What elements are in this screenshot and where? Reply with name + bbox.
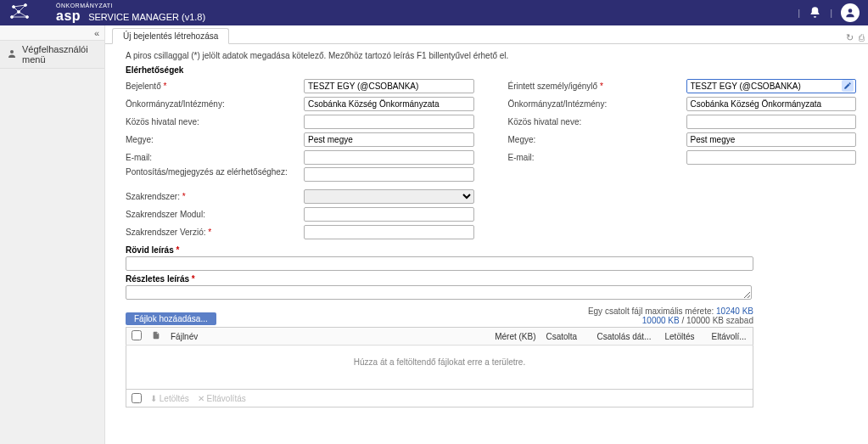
- joint-office-input[interactable]: [304, 115, 474, 129]
- joint-office-label: Közös hivatal neve:: [126, 117, 304, 126]
- user-icon: [7, 48, 17, 60]
- select-all-checkbox[interactable]: [132, 330, 142, 340]
- edit-icon[interactable]: [842, 80, 854, 92]
- affected-municipality-input[interactable]: [686, 97, 857, 111]
- contact-note-label: Pontosítás/megjegyzés az elérhetőséghez:: [126, 167, 304, 177]
- reporter-input[interactable]: [304, 79, 474, 93]
- affected-email-label: E-mail:: [508, 153, 686, 162]
- section-contacts-title: Elérhetőségek: [126, 65, 856, 75]
- affected-input-wrapper: [686, 79, 857, 93]
- notifications-icon[interactable]: [809, 6, 821, 20]
- affected-county-input[interactable]: [686, 132, 857, 147]
- affected-joint-office-input[interactable]: [686, 115, 857, 129]
- sidebar-item-label: Végfelhasználói menü: [22, 44, 98, 65]
- tabs-row: Új bejelentés létrehozása ↻ ⎙: [105, 25, 868, 44]
- municipality-input[interactable]: [304, 97, 474, 111]
- system-label: Szakrendszer: *: [126, 192, 304, 201]
- detailed-desc-textarea[interactable]: [126, 285, 752, 300]
- affected-county-label: Megye:: [508, 135, 686, 144]
- footer-download-button[interactable]: ⬇ Letöltés: [150, 394, 189, 403]
- main-area: Új bejelentés létrehozása ↻ ⎙ A piros cs…: [105, 25, 868, 444]
- system-version-label: Szakrendszer Verzió: *: [126, 228, 304, 237]
- affected-joint-office-label: Közös hivatal neve:: [508, 117, 686, 126]
- tab-label: Új bejelentés létrehozása: [123, 31, 218, 41]
- county-label: Megye:: [126, 135, 304, 144]
- svg-line-8: [12, 12, 19, 17]
- col-download[interactable]: Letöltés: [660, 328, 707, 346]
- brand-name: asp: [56, 8, 81, 23]
- brand-superscript: ÖNKORMÁNYZATI: [56, 3, 205, 8]
- col-size[interactable]: Méret (KB): [482, 328, 541, 346]
- network-icon: [8, 3, 51, 23]
- system-select[interactable]: [304, 189, 474, 204]
- sidebar: « Végfelhasználói menü: [0, 25, 105, 444]
- affected-column: Érintett személy/igénylő * Önkormányzat/: [508, 78, 857, 242]
- dropzone[interactable]: Húzza át a feltöltendő fájlokat erre a t…: [126, 346, 753, 390]
- col-date[interactable]: Csatolás dát...: [592, 328, 660, 346]
- add-files-button[interactable]: Fájlok hozáadása...: [126, 312, 216, 325]
- short-desc-input[interactable]: [126, 256, 753, 271]
- system-module-input[interactable]: [304, 207, 474, 222]
- separator: |: [798, 8, 800, 18]
- col-attached-by[interactable]: Csatolta: [541, 328, 592, 346]
- attachment-quota: Egy csatolt fájl maximális mérete: 10240…: [588, 306, 753, 325]
- affected-input[interactable]: [687, 80, 843, 93]
- tab-new-report[interactable]: Új bejelentés létrehozása: [112, 28, 229, 44]
- detailed-desc-label: Részletes leírás *: [126, 274, 856, 284]
- sidebar-collapse-button[interactable]: «: [0, 25, 104, 41]
- user-avatar[interactable]: [841, 3, 860, 22]
- svg-line-9: [19, 12, 27, 17]
- col-remove[interactable]: Eltávolí...: [707, 328, 753, 346]
- svg-point-11: [848, 8, 853, 13]
- attachments-table: Fájlnév Méret (KB) Csatolta Csatolás dát…: [126, 327, 753, 390]
- required-note: A piros csillaggal (*) jelölt adatok meg…: [126, 51, 856, 60]
- sidebar-item-enduser-menu[interactable]: Végfelhasználói menü: [0, 41, 104, 69]
- municipality-label: Önkormányzat/Intézmény:: [126, 99, 304, 109]
- affected-email-input[interactable]: [686, 150, 857, 165]
- refresh-icon[interactable]: ↻: [846, 32, 854, 43]
- svg-line-6: [14, 7, 19, 12]
- county-input[interactable]: [304, 132, 474, 147]
- affected-municipality-label: Önkormányzat/Intézmény:: [508, 99, 686, 109]
- short-desc-label: Rövid leírás *: [126, 245, 856, 255]
- topbar-actions: | |: [798, 3, 860, 22]
- brand-area: ÖNKORMÁNYZATI asp SERVICE MANAGER (v1.8): [8, 3, 205, 24]
- contact-note-textarea[interactable]: [304, 167, 474, 182]
- download-icon: ⬇: [150, 394, 157, 403]
- reporter-label: Bejelentő *: [126, 81, 304, 91]
- footer-select-checkbox[interactable]: [132, 393, 142, 403]
- close-icon: ✕: [198, 394, 204, 403]
- separator: |: [830, 8, 832, 18]
- system-version-input[interactable]: [304, 225, 474, 239]
- app-title: SERVICE MANAGER (v1.8): [88, 12, 205, 22]
- attachments-footer: ⬇ Letöltés ✕ Eltávolítás: [126, 390, 753, 407]
- attachments-header-row: Fájlnév Méret (KB) Csatolta Csatolás dát…: [126, 328, 753, 346]
- email-input[interactable]: [304, 150, 474, 165]
- footer-remove-button[interactable]: ✕ Eltávolítás: [198, 394, 246, 403]
- reporter-column: Bejelentő * Önkormányzat/Intézmény: Közö…: [126, 78, 474, 242]
- file-icon-header: [147, 328, 165, 346]
- top-bar: ÖNKORMÁNYZATI asp SERVICE MANAGER (v1.8)…: [0, 0, 868, 25]
- col-filename[interactable]: Fájlnév: [165, 328, 482, 346]
- svg-point-12: [10, 50, 14, 53]
- email-label: E-mail:: [126, 153, 304, 162]
- print-icon[interactable]: ⎙: [859, 32, 865, 43]
- affected-label: Érintett személy/igénylő *: [508, 81, 686, 91]
- system-module-label: Szakrendszer Modul:: [126, 210, 304, 219]
- brand-text: ÖNKORMÁNYZATI asp SERVICE MANAGER (v1.8): [56, 3, 205, 24]
- chevron-left-icon: «: [94, 28, 99, 38]
